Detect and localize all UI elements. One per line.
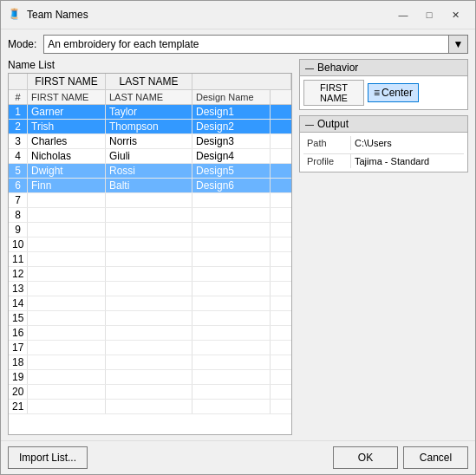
- window-title: Team Names: [27, 9, 88, 21]
- cell-num: 13: [9, 282, 28, 296]
- cell-lastname: [106, 238, 192, 251]
- cell-lastname: [106, 355, 192, 369]
- cell-num: 14: [9, 296, 28, 310]
- cell-num: 19: [9, 370, 28, 384]
- table-row[interactable]: 7: [9, 193, 291, 208]
- mode-row: Mode: An embroidery for each template ▼: [8, 35, 468, 54]
- import-list-button[interactable]: Import List...: [8, 446, 88, 469]
- col-lastname-top-header: LAST NAME: [106, 74, 192, 89]
- table-row[interactable]: 20: [9, 385, 291, 400]
- table-row[interactable]: 8: [9, 208, 291, 223]
- cell-design: [192, 282, 271, 296]
- cell-num: 6: [9, 179, 28, 192]
- table-row[interactable]: 11: [9, 252, 291, 267]
- cell-firstname: [28, 267, 106, 281]
- cell-design: [192, 341, 271, 355]
- table-row[interactable]: 1 Garner Taylor Design1: [9, 105, 291, 120]
- behavior-collapse-icon[interactable]: —: [305, 63, 314, 73]
- table-row[interactable]: 5 Dwight Rossi Design5: [9, 164, 291, 179]
- cell-lastname: [106, 252, 192, 266]
- behavior-align-label: Center: [381, 87, 413, 99]
- table-row[interactable]: 10: [9, 238, 291, 252]
- cell-lastname: Taylor: [106, 105, 192, 119]
- minimize-button[interactable]: —: [390, 6, 416, 23]
- output-title: Output: [317, 118, 349, 130]
- cell-design: [192, 223, 271, 237]
- cell-lastname: [106, 267, 192, 281]
- th-design: Design Name: [192, 90, 271, 104]
- cell-num: 11: [9, 252, 28, 266]
- table-row[interactable]: 18: [9, 355, 291, 370]
- cell-firstname: Finn: [28, 179, 106, 192]
- behavior-row: FIRST NAME ≡ Center: [303, 80, 464, 106]
- table-row[interactable]: 21: [9, 400, 291, 414]
- mode-select-wrap: An embroidery for each template ▼: [43, 35, 468, 54]
- output-key: Profile: [303, 154, 351, 168]
- cell-firstname: Charles: [28, 134, 106, 148]
- cell-design: Design4: [192, 149, 271, 163]
- cell-design: [192, 296, 271, 310]
- output-field-row: Profile Tajima - Standard: [303, 153, 464, 168]
- cell-num: 7: [9, 193, 28, 207]
- output-section: — Output Path C:\Users Profile Tajima - …: [299, 115, 468, 172]
- maximize-button[interactable]: □: [416, 6, 442, 23]
- main-area: Name List FIRST NAME LAST NAME # FIRST N…: [8, 59, 468, 435]
- cell-design: [192, 252, 271, 266]
- cell-firstname: [28, 385, 106, 399]
- cell-num: 3: [9, 134, 28, 148]
- table-row[interactable]: 4 Nicholas Giuli Design4: [9, 149, 291, 164]
- table-row[interactable]: 14: [9, 296, 291, 311]
- cell-firstname: [28, 252, 106, 266]
- title-bar-left: 🧵 Team Names: [8, 8, 88, 22]
- cell-design: Design3: [192, 134, 271, 148]
- content-area: Mode: An embroidery for each template ▼ …: [1, 29, 475, 440]
- cancel-button[interactable]: Cancel: [403, 446, 468, 469]
- output-content: Path C:\Users Profile Tajima - Standard: [300, 133, 467, 172]
- cell-num: 8: [9, 208, 28, 222]
- mode-dropdown-arrow[interactable]: ▼: [449, 35, 468, 54]
- table-row[interactable]: 9: [9, 223, 291, 238]
- table-row[interactable]: 19: [9, 370, 291, 385]
- table-row[interactable]: 3 Charles Norris Design3: [9, 134, 291, 149]
- cell-firstname: [28, 223, 106, 237]
- output-collapse-icon[interactable]: —: [305, 120, 314, 129]
- cell-firstname: Trish: [28, 120, 106, 133]
- cell-design: [192, 355, 271, 369]
- table-header: # FIRST NAME LAST NAME Design Name: [9, 90, 291, 105]
- cell-num: 4: [9, 149, 28, 163]
- behavior-field-label: FIRST NAME: [303, 80, 364, 106]
- output-value: Tajima - Standard: [351, 154, 464, 168]
- table-row[interactable]: 16: [9, 326, 291, 341]
- align-icon: ≡: [374, 87, 380, 99]
- mode-select-box[interactable]: An embroidery for each template: [43, 35, 449, 54]
- close-button[interactable]: ✕: [442, 6, 468, 23]
- output-field-row: Path C:\Users: [303, 136, 464, 150]
- cell-lastname: Thompson: [106, 120, 192, 133]
- cell-firstname: [28, 326, 106, 340]
- main-window: 🧵 Team Names — □ ✕ Mode: An embroidery f…: [0, 0, 476, 475]
- table-row[interactable]: 13: [9, 282, 291, 296]
- cell-design: [192, 400, 271, 413]
- ok-button[interactable]: OK: [333, 446, 398, 469]
- table-row[interactable]: 15: [9, 311, 291, 326]
- title-controls: — □ ✕: [390, 6, 468, 23]
- behavior-align-button[interactable]: ≡ Center: [368, 83, 419, 102]
- behavior-header: — Behavior: [300, 60, 467, 76]
- ok-cancel-group: OK Cancel: [333, 446, 468, 469]
- cell-firstname: Dwight: [28, 164, 106, 178]
- table-row[interactable]: 17: [9, 341, 291, 355]
- th-firstname: FIRST NAME: [28, 90, 106, 104]
- cell-firstname: [28, 238, 106, 251]
- cell-firstname: [28, 311, 106, 325]
- table-row[interactable]: 2 Trish Thompson Design2: [9, 120, 291, 134]
- mode-label: Mode:: [8, 38, 36, 50]
- cell-lastname: Balti: [106, 179, 192, 192]
- title-bar: 🧵 Team Names — □ ✕: [1, 1, 475, 29]
- cell-lastname: [106, 370, 192, 384]
- table-row[interactable]: 6 Finn Balti Design6: [9, 179, 291, 193]
- cell-design: [192, 385, 271, 399]
- output-value: C:\Users: [351, 136, 464, 150]
- cell-firstname: [28, 355, 106, 369]
- table-row[interactable]: 12: [9, 267, 291, 282]
- cell-lastname: [106, 385, 192, 399]
